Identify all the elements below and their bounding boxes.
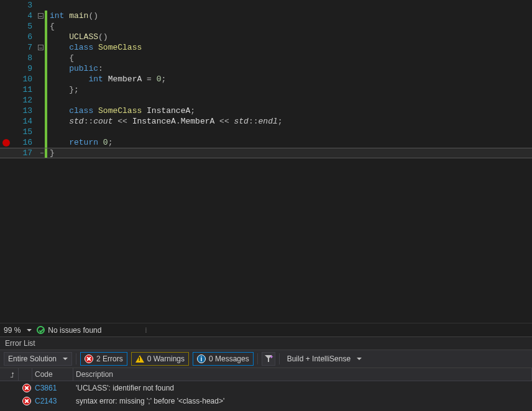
code-text[interactable]: return 0; <box>47 137 112 148</box>
editor-status-bar: 99 % No issues found ⁞ <box>0 323 532 336</box>
code-line[interactable]: 6 UCLASS() <box>0 32 532 42</box>
toolbar-separator <box>279 353 280 364</box>
code-line[interactable]: 13 class SomeClass InstanceA; <box>0 106 532 116</box>
check-circle-icon <box>37 326 45 334</box>
line-number: 10 <box>12 74 36 84</box>
code-line[interactable]: 8 { <box>0 53 532 63</box>
chevron-down-icon <box>27 329 32 332</box>
error-table-header[interactable]: ⮥ Code Description <box>0 368 532 381</box>
code-text[interactable]: int MemberA = 0; <box>47 74 166 84</box>
info-icon <box>197 355 206 363</box>
filter-button[interactable]: ✦ <box>262 352 275 366</box>
code-text[interactable]: int main() <box>47 11 98 21</box>
line-number: 13 <box>12 106 36 116</box>
change-indicator <box>45 0 47 11</box>
messages-toggle[interactable]: 0 Messages <box>193 352 254 366</box>
line-number: 9 <box>12 63 36 74</box>
code-line[interactable]: 15 <box>0 127 532 137</box>
messages-count: 0 Messages <box>209 355 249 363</box>
code-line[interactable]: 5{ <box>0 21 532 32</box>
warnings-toggle[interactable]: 0 Warnings <box>131 352 189 366</box>
error-list-panel: Error List Entire Solution 2 Errors 0 Wa… <box>0 336 532 411</box>
error-row[interactable]: C3861'UCLASS': identifier not found <box>0 381 532 394</box>
warnings-count: 0 Warnings <box>147 355 185 363</box>
error-icon <box>22 397 31 405</box>
error-list-toolbar: Entire Solution 2 Errors 0 Warnings 0 Me… <box>0 350 532 368</box>
line-number: 6 <box>12 32 36 42</box>
code-text[interactable]: { <box>47 53 74 63</box>
code-text[interactable]: std::cout << InstanceA.MemberA << std::e… <box>47 116 283 127</box>
code-text[interactable]: }; <box>47 84 79 95</box>
zoom-level-combo[interactable]: 99 % <box>4 326 32 335</box>
change-indicator <box>45 95 47 106</box>
code-line[interactable]: 17} <box>0 148 532 158</box>
fold-gutter[interactable] <box>36 45 45 50</box>
sort-column[interactable]: ⮥ <box>0 368 19 381</box>
filter-icon: ✦ <box>265 355 272 363</box>
code-line[interactable]: 11 }; <box>0 84 532 95</box>
code-line[interactable]: 10 int MemberA = 0; <box>0 74 532 84</box>
line-number: 8 <box>12 53 36 63</box>
issues-text: No issues found <box>48 326 101 335</box>
mode-select[interactable]: Build + IntelliSense <box>283 352 365 366</box>
error-code-link[interactable]: C3861 <box>32 384 73 392</box>
code-text[interactable]: public: <box>47 63 103 74</box>
errors-toggle[interactable]: 2 Errors <box>80 352 127 366</box>
code-line[interactable]: 9 public: <box>0 63 532 74</box>
mode-value: Build + IntelliSense <box>287 355 351 363</box>
error-table: ⮥ Code Description C3861'UCLASS': identi… <box>0 368 532 411</box>
severity-column[interactable] <box>19 368 32 381</box>
line-number: 3 <box>12 0 36 11</box>
error-code-link[interactable]: C2143 <box>32 397 73 405</box>
line-number: 12 <box>12 95 36 106</box>
line-number: 15 <box>12 127 36 137</box>
scope-value: Entire Solution <box>8 355 57 363</box>
splitter-grip-icon[interactable]: ⁞ <box>144 326 148 335</box>
error-icon <box>22 384 31 392</box>
line-number: 7 <box>12 42 36 53</box>
line-number: 16 <box>12 137 36 148</box>
code-column-header[interactable]: Code <box>32 368 73 381</box>
chevron-down-icon <box>63 358 68 360</box>
chevron-down-icon <box>357 358 362 360</box>
line-number: 11 <box>12 84 36 95</box>
fold-gutter[interactable] <box>36 13 45 19</box>
code-text[interactable]: class SomeClass <box>47 42 142 53</box>
code-line[interactable]: 3 <box>0 0 532 11</box>
errors-count: 2 Errors <box>96 355 123 363</box>
warning-icon <box>135 355 144 363</box>
change-indicator <box>45 127 47 137</box>
fold-minus-icon[interactable] <box>38 13 44 19</box>
toolbar-separator <box>76 353 76 364</box>
line-number: 5 <box>12 21 36 32</box>
breakpoint-icon[interactable] <box>2 139 10 147</box>
code-line[interactable]: 16 return 0; <box>0 137 532 148</box>
code-line[interactable]: 7 class SomeClass <box>0 42 532 53</box>
code-line[interactable]: 12 <box>0 95 532 106</box>
error-description: 'UCLASS': identifier not found <box>73 384 532 392</box>
issues-indicator[interactable]: No issues found <box>37 326 101 335</box>
code-text[interactable]: class SomeClass InstanceA; <box>47 106 195 116</box>
code-line[interactable]: 14 std::cout << InstanceA.MemberA << std… <box>0 116 532 127</box>
code-text[interactable]: } <box>47 148 55 158</box>
code-editor[interactable]: 34int main()5{6 UCLASS()7 class SomeClas… <box>0 0 532 336</box>
breakpoint-gutter[interactable] <box>0 139 12 147</box>
code-text[interactable]: { <box>47 21 55 32</box>
description-column-header[interactable]: Description <box>73 368 532 381</box>
code-line[interactable]: 4int main() <box>0 11 532 21</box>
line-number: 14 <box>12 116 36 127</box>
error-icon <box>85 355 93 363</box>
scope-select[interactable]: Entire Solution <box>4 352 72 366</box>
fold-minus-icon[interactable] <box>38 45 44 50</box>
toolbar-separator <box>257 353 258 364</box>
zoom-value: 99 % <box>4 326 21 335</box>
line-number: 4 <box>12 11 36 21</box>
code-text[interactable]: UCLASS() <box>47 32 108 42</box>
error-description: syntax error: missing ';' before '<class… <box>73 397 532 405</box>
line-number: 17 <box>12 148 36 158</box>
error-row[interactable]: C2143syntax error: missing ';' before '<… <box>0 394 532 407</box>
code-lines[interactable]: 34int main()5{6 UCLASS()7 class SomeClas… <box>0 0 532 323</box>
panel-title: Error List <box>0 337 532 350</box>
